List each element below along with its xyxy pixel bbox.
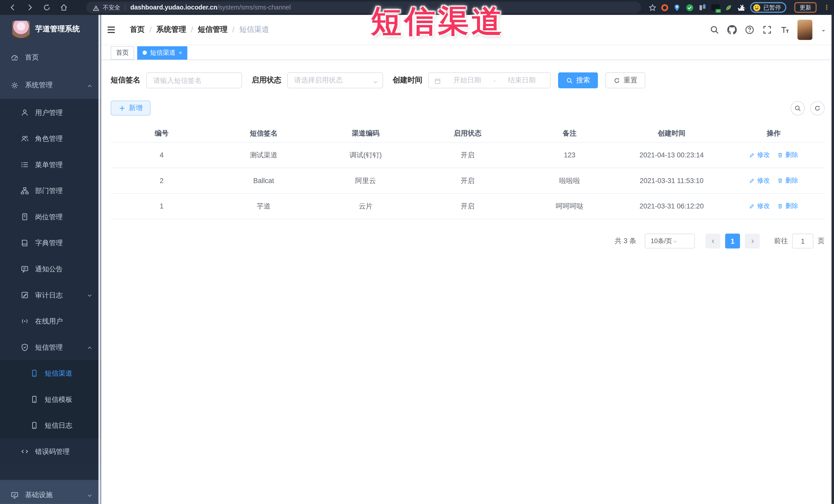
chevron-right-icon: [749, 238, 755, 244]
bookmark-star-icon[interactable]: [649, 3, 656, 11]
breadcrumb-current: 短信渠道: [239, 25, 269, 35]
github-icon[interactable]: [727, 25, 737, 35]
font-size-icon[interactable]: [780, 25, 789, 35]
search-button[interactable]: 搜索: [558, 72, 598, 88]
sidebar-item-infrastructure[interactable]: 基础设施: [0, 480, 101, 504]
sidebar-scrollbar[interactable]: [98, 15, 101, 504]
app-brand[interactable]: 芋道管理系统: [0, 15, 101, 44]
page-number-current[interactable]: 1: [725, 234, 740, 248]
sidebar-item-dictionary[interactable]: 字典管理: [0, 230, 101, 256]
cell-remark: 啦啦啦: [519, 176, 620, 185]
pen-icon: [749, 152, 755, 158]
edit-link[interactable]: 修改: [749, 176, 770, 185]
goto-page-unit: 页: [817, 236, 825, 246]
table-header-row: 编号 短信签名 渠道编码 启用状态 备注 创建时间 操作: [111, 125, 825, 143]
sidebar-item-home[interactable]: 首页: [0, 44, 101, 71]
breadcrumb-system[interactable]: 系统管理: [156, 25, 186, 35]
sign-input[interactable]: [146, 72, 242, 88]
sidebar-item-menus[interactable]: 菜单管理: [0, 152, 101, 178]
sms-channel-table: 编号 短信签名 渠道编码 启用状态 备注 创建时间 操作 4 测试渠道 调试(钉…: [111, 125, 825, 219]
search-icon[interactable]: [710, 25, 719, 35]
delete-link[interactable]: 删除: [777, 201, 798, 211]
calendar-icon: [434, 77, 441, 84]
reset-button[interactable]: 重置: [606, 72, 645, 88]
add-button[interactable]: 新增: [111, 101, 150, 115]
cell-code: 云片: [315, 201, 417, 211]
security-label[interactable]: 不安全: [103, 3, 120, 11]
edit-link[interactable]: 修改: [749, 201, 770, 211]
delete-link[interactable]: 删除: [777, 176, 798, 185]
screen: 不安全 dashboard.yudao.iocoder.cn /system/s…: [0, 0, 834, 504]
edit-link[interactable]: 修改: [749, 151, 770, 160]
sidebar-item-error-codes[interactable]: 错误码管理: [0, 439, 101, 465]
home-icon[interactable]: [60, 3, 68, 12]
next-page-button[interactable]: [745, 234, 760, 248]
reload-icon[interactable]: [43, 3, 51, 12]
back-icon[interactable]: [8, 3, 17, 12]
sidebar-item-departments[interactable]: 部门管理: [0, 178, 101, 204]
avatar-caret-down-icon[interactable]: [820, 27, 827, 33]
cell-id: 1: [111, 202, 213, 210]
end-date-input[interactable]: 结束日期: [499, 75, 545, 85]
sidebar-item-online-users[interactable]: 在线用户: [0, 308, 101, 334]
phone-icon: [30, 395, 38, 403]
page-scrollbar[interactable]: [831, 15, 834, 504]
user-avatar[interactable]: [797, 20, 812, 40]
cell-status: 开启: [417, 201, 519, 211]
extension-switch-icon[interactable]: on: [711, 4, 720, 11]
goto-page-input[interactable]: [792, 234, 813, 248]
extensions-puzzle-icon[interactable]: [737, 3, 745, 11]
extension-pin-icon[interactable]: [673, 3, 681, 11]
url-host: dashboard.yudao.iocoder.cn: [130, 4, 217, 11]
extension-check-icon[interactable]: [686, 3, 694, 11]
range-separator: -: [493, 76, 496, 84]
sidebar-item-sms-channel[interactable]: 短信渠道: [0, 360, 101, 387]
sidebar-item-system[interactable]: 系统管理: [0, 71, 101, 99]
phone-icon: [30, 369, 38, 377]
address-bar[interactable]: 不安全 dashboard.yudao.iocoder.cn /system/s…: [86, 2, 641, 13]
date-range-picker[interactable]: 开始日期 - 结束日期: [428, 72, 551, 88]
fullscreen-icon[interactable]: [762, 25, 772, 35]
cell-code: 阿里云: [315, 176, 417, 185]
delete-link[interactable]: 删除: [777, 151, 798, 160]
breadcrumb-sms[interactable]: 短信管理: [198, 25, 228, 35]
breadcrumb-home[interactable]: 首页: [130, 25, 145, 35]
dashboard-icon: [10, 53, 19, 61]
paused-badge[interactable]: 已暂停: [750, 2, 786, 13]
breadcrumb-separator: /: [232, 25, 234, 34]
extension-board-icon[interactable]: [699, 3, 706, 11]
sidebar-item-audit-log[interactable]: 审计日志: [0, 282, 101, 308]
forward-icon[interactable]: [25, 3, 34, 12]
sidebar-item-roles[interactable]: 角色管理: [0, 126, 101, 152]
help-icon[interactable]: [745, 25, 754, 35]
close-tab-icon[interactable]: ×: [179, 50, 182, 56]
not-secure-warning-icon[interactable]: [93, 4, 100, 11]
sidebar-item-sms[interactable]: 短信管理: [0, 334, 101, 360]
hamburger-icon[interactable]: [107, 25, 116, 35]
cell-status: 开启: [417, 176, 519, 185]
page-size-select[interactable]: 10条/页: [645, 234, 695, 248]
sidebar-item-announcement[interactable]: 通知公告: [0, 256, 101, 282]
toggle-search-button[interactable]: [791, 101, 805, 115]
goto-label: 前往: [774, 236, 788, 246]
update-button[interactable]: 更新: [794, 2, 816, 13]
cell-remark: 123: [519, 151, 620, 159]
sidebar-item-users[interactable]: 用户管理: [0, 100, 101, 126]
extension-ring-icon[interactable]: [661, 4, 668, 11]
status-select[interactable]: 请选择启用状态: [287, 72, 383, 88]
breadcrumb-separator: /: [149, 25, 151, 34]
shield-icon: [21, 343, 29, 351]
prev-page-button[interactable]: [705, 234, 720, 248]
sidebar-item-posts[interactable]: 岗位管理: [0, 204, 101, 230]
sidebar-item-sms-template[interactable]: 短信模板: [0, 387, 101, 413]
tab-home[interactable]: 首页: [111, 46, 134, 59]
refresh-icon: [814, 105, 821, 111]
refresh-table-button[interactable]: [810, 101, 825, 115]
sidebar-item-sms-log[interactable]: 短信日志: [0, 412, 101, 439]
browser-menu-icon[interactable]: ⋮: [824, 4, 830, 11]
tab-sms-channel[interactable]: 短信渠道 ×: [137, 46, 188, 59]
extension-leaf-icon[interactable]: [725, 3, 732, 11]
cell-remark: 呵呵呵哒: [519, 201, 620, 211]
start-date-input[interactable]: 开始日期: [444, 75, 490, 85]
cell-created: 2021-04-13 00:23:14: [621, 151, 723, 159]
